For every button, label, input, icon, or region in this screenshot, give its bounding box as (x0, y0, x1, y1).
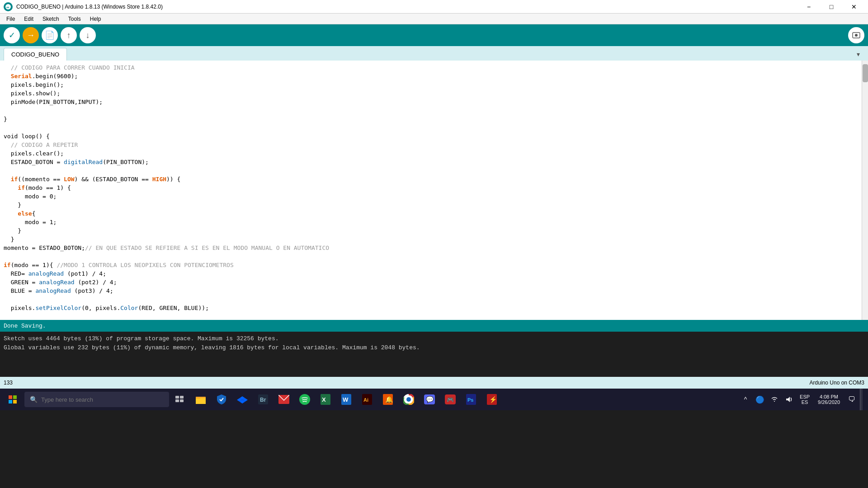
line-number: 133 (4, 380, 13, 386)
taskbar-app-flash[interactable]: ⚡ (482, 389, 502, 409)
svg-rect-16 (278, 395, 289, 404)
show-desktop-button[interactable] (860, 389, 863, 410)
clock-display[interactable]: 4:08 PM 9/26/2020 (814, 389, 844, 410)
svg-text:🔔: 🔔 (385, 396, 393, 404)
svg-rect-28 (424, 394, 435, 404)
tray-chevron[interactable]: ^ (739, 393, 752, 406)
taskbar-app-excel[interactable]: X (316, 389, 335, 409)
search-bar[interactable]: 🔍 (24, 392, 169, 407)
toolbar-right (848, 27, 864, 43)
menu-file[interactable]: File (2, 14, 19, 24)
tab-dropdown-button[interactable]: ▾ (852, 48, 864, 61)
open-button[interactable]: ↑ (61, 27, 77, 43)
console-text: Sketch uses 4464 bytes (13%) of program … (4, 334, 864, 352)
taskbar-app-file-explorer[interactable] (191, 389, 211, 409)
taskbar-app-bridge[interactable]: Br (253, 389, 273, 409)
task-view-button[interactable] (170, 389, 190, 409)
svg-text:W: W (343, 396, 349, 403)
code-scrollbar[interactable] (862, 61, 868, 320)
tab-codigo-bueno[interactable]: CODIGO_BUENO (4, 48, 67, 61)
search-icon: 🔍 (30, 396, 38, 403)
upload-button[interactable]: → (23, 27, 39, 43)
svg-text:💬: 💬 (426, 396, 434, 404)
board-info: Arduino Uno on COM3 (810, 380, 864, 386)
svg-rect-34 (487, 394, 497, 405)
svg-text:Ai: Ai (363, 397, 368, 403)
code-editor[interactable]: // CODIGO PARA CORRER CUANDO INICIA Seri… (0, 61, 868, 320)
system-tray: ^ 🔵 ESP ES 4:08 PM 9/26/2020 🗨 (736, 389, 866, 410)
code-scrollbar-thumb[interactable] (863, 64, 868, 82)
svg-text:Ps: Ps (467, 397, 473, 403)
svg-rect-7 (13, 400, 17, 404)
tray-volume[interactable] (783, 393, 795, 406)
toolbar: ✓ → 📄 ↑ ↓ (0, 24, 868, 46)
svg-rect-12 (196, 397, 206, 404)
start-button[interactable] (2, 389, 24, 410)
minimize-button[interactable]: − (798, 0, 819, 14)
svg-rect-30 (445, 394, 456, 404)
tray-notification-panel[interactable]: 🗨 (845, 393, 858, 406)
svg-rect-20 (341, 394, 351, 405)
svg-rect-8 (175, 396, 179, 399)
svg-rect-32 (466, 394, 476, 405)
svg-point-17 (299, 394, 310, 405)
svg-rect-5 (13, 395, 17, 399)
new-button[interactable]: 📄 (42, 27, 58, 43)
taskbar-app-dropbox[interactable] (232, 389, 252, 409)
svg-point-27 (406, 397, 411, 402)
taskbar-app-chrome[interactable] (399, 389, 419, 409)
svg-rect-22 (362, 394, 372, 405)
taskbar-app-discord[interactable]: 💬 (420, 389, 439, 409)
svg-rect-13 (196, 397, 200, 399)
taskbar-app-spotify[interactable] (295, 389, 315, 409)
window-title: CODIGO_BUENO | Arduino 1.8.13 (Windows S… (16, 4, 163, 10)
arduino-icon: ∞ (4, 2, 13, 11)
svg-text:⚡: ⚡ (489, 396, 497, 404)
svg-rect-11 (180, 399, 184, 402)
verify-button[interactable]: ✓ (4, 27, 20, 43)
taskbar-app-word[interactable]: W (336, 389, 356, 409)
svg-rect-18 (321, 394, 330, 405)
svg-rect-14 (258, 394, 268, 404)
tray-network[interactable] (768, 393, 781, 406)
serial-monitor-button[interactable] (848, 27, 864, 43)
close-button[interactable]: ✕ (844, 0, 864, 14)
svg-text:∞: ∞ (6, 5, 9, 9)
taskbar-app-illustrator[interactable]: Ai (357, 389, 377, 409)
search-input[interactable] (41, 396, 164, 403)
tray-unknown1[interactable]: 🔵 (754, 393, 766, 406)
menu-tools[interactable]: Tools (64, 14, 85, 24)
status-bar: Done Saving. (0, 320, 868, 332)
svg-text:🎮: 🎮 (447, 396, 454, 404)
svg-rect-9 (180, 396, 184, 399)
svg-text:X: X (322, 396, 326, 403)
console-area: Sketch uses 4464 bytes (13%) of program … (0, 332, 868, 377)
svg-rect-6 (9, 400, 12, 404)
taskbar-app-security[interactable] (212, 389, 231, 409)
bottom-status-bar: 133 Arduino Uno on COM3 (0, 377, 868, 389)
svg-rect-24 (383, 394, 393, 405)
menu-help[interactable]: Help (85, 14, 106, 24)
taskbar-app-notification[interactable]: 🔔 (378, 389, 398, 409)
svg-rect-10 (175, 399, 179, 402)
status-text: Done Saving. (4, 323, 46, 329)
svg-text:Br: Br (260, 397, 266, 403)
menu-edit[interactable]: Edit (19, 14, 38, 24)
taskbar: 🔍 Br X W Ai 🔔 � (0, 389, 868, 410)
menu-sketch[interactable]: Sketch (38, 14, 64, 24)
window-controls: − □ ✕ (798, 0, 864, 14)
taskbar-app-photoshop[interactable]: Ps (461, 389, 481, 409)
title-bar-left: ∞ CODIGO_BUENO | Arduino 1.8.13 (Windows… (4, 2, 163, 11)
svg-point-26 (403, 394, 414, 405)
menu-bar: File Edit Sketch Tools Help (0, 14, 868, 24)
svg-point-3 (855, 34, 858, 37)
title-bar: ∞ CODIGO_BUENO | Arduino 1.8.13 (Windows… (0, 0, 868, 14)
taskbar-app-email[interactable] (274, 389, 294, 409)
tab-bar: CODIGO_BUENO ▾ (0, 46, 868, 61)
save-button[interactable]: ↓ (80, 27, 96, 43)
language-indicator[interactable]: ESP ES (797, 389, 812, 410)
maximize-button[interactable]: □ (821, 0, 842, 14)
svg-rect-4 (9, 395, 12, 399)
taskbar-app-gaming[interactable]: 🎮 (440, 389, 460, 409)
